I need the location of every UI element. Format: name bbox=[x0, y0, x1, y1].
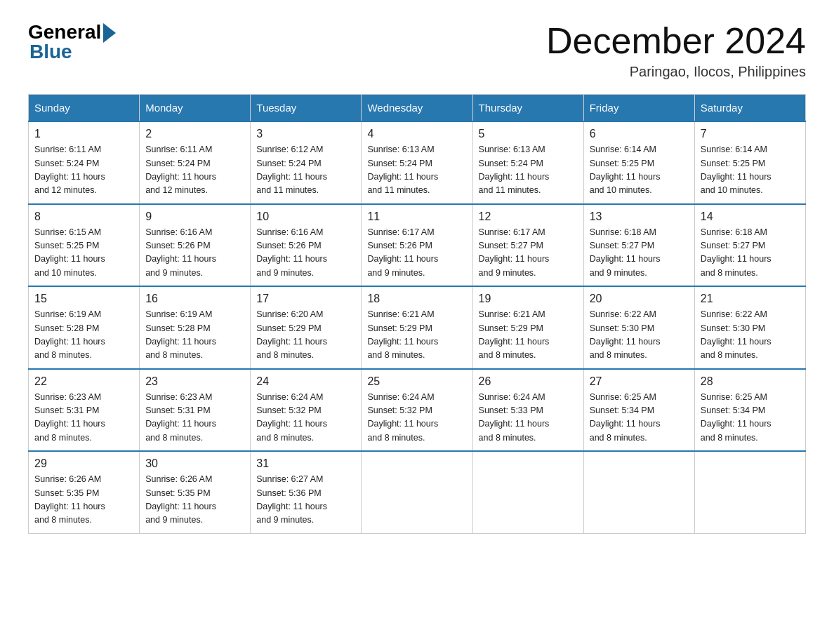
calendar-week-row: 1 Sunrise: 6:11 AMSunset: 5:24 PMDayligh… bbox=[29, 121, 806, 204]
day-info: Sunrise: 6:22 AMSunset: 5:30 PMDaylight:… bbox=[701, 308, 800, 363]
calendar-header-row: SundayMondayTuesdayWednesdayThursdayFrid… bbox=[29, 95, 806, 122]
calendar-day-cell: 1 Sunrise: 6:11 AMSunset: 5:24 PMDayligh… bbox=[29, 121, 140, 204]
day-info: Sunrise: 6:23 AMSunset: 5:31 PMDaylight:… bbox=[34, 391, 133, 445]
day-number: 17 bbox=[256, 293, 355, 305]
calendar-day-cell: 27 Sunrise: 6:25 AMSunset: 5:34 PMDaylig… bbox=[583, 369, 694, 452]
day-number: 28 bbox=[701, 375, 800, 388]
day-info: Sunrise: 6:16 AMSunset: 5:26 PMDaylight:… bbox=[256, 226, 355, 281]
day-info: Sunrise: 6:17 AMSunset: 5:26 PMDaylight:… bbox=[367, 226, 466, 281]
day-info: Sunrise: 6:26 AMSunset: 5:35 PMDaylight:… bbox=[34, 473, 133, 528]
calendar-day-cell: 10 Sunrise: 6:16 AMSunset: 5:26 PMDaylig… bbox=[251, 204, 362, 287]
day-info: Sunrise: 6:24 AMSunset: 5:32 PMDaylight:… bbox=[256, 391, 355, 445]
calendar-day-cell: 16 Sunrise: 6:19 AMSunset: 5:28 PMDaylig… bbox=[140, 286, 251, 369]
calendar-week-row: 29 Sunrise: 6:26 AMSunset: 5:35 PMDaylig… bbox=[29, 451, 806, 533]
day-number: 21 bbox=[701, 293, 800, 305]
day-number: 13 bbox=[590, 210, 689, 223]
empty-cell bbox=[472, 451, 583, 533]
calendar-day-cell: 29 Sunrise: 6:26 AMSunset: 5:35 PMDaylig… bbox=[29, 451, 140, 533]
day-number: 2 bbox=[145, 128, 244, 140]
day-info: Sunrise: 6:22 AMSunset: 5:30 PMDaylight:… bbox=[590, 308, 689, 363]
day-info: Sunrise: 6:24 AMSunset: 5:33 PMDaylight:… bbox=[479, 391, 578, 445]
calendar-day-cell: 21 Sunrise: 6:22 AMSunset: 5:30 PMDaylig… bbox=[694, 286, 805, 369]
day-number: 18 bbox=[367, 293, 466, 305]
calendar-day-cell: 15 Sunrise: 6:19 AMSunset: 5:28 PMDaylig… bbox=[29, 286, 140, 369]
day-info: Sunrise: 6:14 AMSunset: 5:25 PMDaylight:… bbox=[701, 143, 800, 198]
calendar-day-cell: 8 Sunrise: 6:15 AMSunset: 5:25 PMDayligh… bbox=[29, 204, 140, 287]
calendar-day-cell: 28 Sunrise: 6:25 AMSunset: 5:34 PMDaylig… bbox=[694, 369, 805, 452]
calendar-day-cell: 26 Sunrise: 6:24 AMSunset: 5:33 PMDaylig… bbox=[472, 369, 583, 452]
logo: General Blue bbox=[28, 21, 116, 63]
day-number: 23 bbox=[145, 375, 244, 388]
day-number: 27 bbox=[590, 375, 689, 388]
calendar-day-cell: 3 Sunrise: 6:12 AMSunset: 5:24 PMDayligh… bbox=[251, 121, 362, 204]
empty-cell bbox=[694, 451, 805, 533]
day-info: Sunrise: 6:19 AMSunset: 5:28 PMDaylight:… bbox=[34, 308, 133, 363]
day-info: Sunrise: 6:16 AMSunset: 5:26 PMDaylight:… bbox=[145, 226, 244, 281]
day-info: Sunrise: 6:23 AMSunset: 5:31 PMDaylight:… bbox=[145, 391, 244, 445]
calendar-day-cell: 9 Sunrise: 6:16 AMSunset: 5:26 PMDayligh… bbox=[140, 204, 251, 287]
month-title: December 2024 bbox=[546, 21, 806, 61]
calendar-day-cell: 4 Sunrise: 6:13 AMSunset: 5:24 PMDayligh… bbox=[362, 121, 472, 204]
day-number: 6 bbox=[590, 128, 689, 140]
header-saturday: Saturday bbox=[694, 95, 805, 122]
calendar-day-cell: 11 Sunrise: 6:17 AMSunset: 5:26 PMDaylig… bbox=[362, 204, 472, 287]
day-number: 31 bbox=[256, 457, 355, 470]
day-info: Sunrise: 6:27 AMSunset: 5:36 PMDaylight:… bbox=[256, 473, 355, 528]
day-number: 3 bbox=[256, 128, 355, 140]
calendar-week-row: 22 Sunrise: 6:23 AMSunset: 5:31 PMDaylig… bbox=[29, 369, 806, 452]
day-number: 25 bbox=[367, 375, 466, 388]
day-number: 20 bbox=[590, 293, 689, 305]
day-info: Sunrise: 6:20 AMSunset: 5:29 PMDaylight:… bbox=[256, 308, 355, 363]
day-info: Sunrise: 6:11 AMSunset: 5:24 PMDaylight:… bbox=[34, 143, 133, 198]
day-number: 7 bbox=[701, 128, 800, 140]
calendar-day-cell: 25 Sunrise: 6:24 AMSunset: 5:32 PMDaylig… bbox=[362, 369, 472, 452]
day-info: Sunrise: 6:14 AMSunset: 5:25 PMDaylight:… bbox=[590, 143, 689, 198]
calendar-day-cell: 22 Sunrise: 6:23 AMSunset: 5:31 PMDaylig… bbox=[29, 369, 140, 452]
day-number: 4 bbox=[367, 128, 466, 140]
day-number: 16 bbox=[145, 293, 244, 305]
calendar-day-cell: 12 Sunrise: 6:17 AMSunset: 5:27 PMDaylig… bbox=[472, 204, 583, 287]
day-info: Sunrise: 6:18 AMSunset: 5:27 PMDaylight:… bbox=[590, 226, 689, 281]
calendar-day-cell: 19 Sunrise: 6:21 AMSunset: 5:29 PMDaylig… bbox=[472, 286, 583, 369]
calendar-day-cell: 5 Sunrise: 6:13 AMSunset: 5:24 PMDayligh… bbox=[472, 121, 583, 204]
day-info: Sunrise: 6:24 AMSunset: 5:32 PMDaylight:… bbox=[367, 391, 466, 445]
header-wednesday: Wednesday bbox=[362, 95, 472, 122]
day-number: 1 bbox=[34, 128, 133, 140]
day-info: Sunrise: 6:25 AMSunset: 5:34 PMDaylight:… bbox=[590, 391, 689, 445]
calendar-day-cell: 2 Sunrise: 6:11 AMSunset: 5:24 PMDayligh… bbox=[140, 121, 251, 204]
header-sunday: Sunday bbox=[29, 95, 140, 122]
page-header: General Blue December 2024 Paringao, Ilo… bbox=[28, 21, 806, 80]
day-number: 5 bbox=[479, 128, 578, 140]
calendar-day-cell: 14 Sunrise: 6:18 AMSunset: 5:27 PMDaylig… bbox=[694, 204, 805, 287]
day-info: Sunrise: 6:21 AMSunset: 5:29 PMDaylight:… bbox=[367, 308, 466, 363]
day-number: 8 bbox=[34, 210, 133, 223]
day-number: 22 bbox=[34, 375, 133, 388]
calendar-day-cell: 7 Sunrise: 6:14 AMSunset: 5:25 PMDayligh… bbox=[694, 121, 805, 204]
header-tuesday: Tuesday bbox=[251, 95, 362, 122]
calendar-day-cell: 6 Sunrise: 6:14 AMSunset: 5:25 PMDayligh… bbox=[583, 121, 694, 204]
day-info: Sunrise: 6:18 AMSunset: 5:27 PMDaylight:… bbox=[701, 226, 800, 281]
day-info: Sunrise: 6:21 AMSunset: 5:29 PMDaylight:… bbox=[479, 308, 578, 363]
day-info: Sunrise: 6:19 AMSunset: 5:28 PMDaylight:… bbox=[145, 308, 244, 363]
logo-blue-text: Blue bbox=[28, 41, 72, 63]
day-number: 26 bbox=[479, 375, 578, 388]
calendar-day-cell: 20 Sunrise: 6:22 AMSunset: 5:30 PMDaylig… bbox=[583, 286, 694, 369]
day-number: 19 bbox=[479, 293, 578, 305]
calendar-day-cell: 31 Sunrise: 6:27 AMSunset: 5:36 PMDaylig… bbox=[251, 451, 362, 533]
location-subtitle: Paringao, Ilocos, Philippines bbox=[546, 64, 806, 80]
calendar-week-row: 15 Sunrise: 6:19 AMSunset: 5:28 PMDaylig… bbox=[29, 286, 806, 369]
day-info: Sunrise: 6:26 AMSunset: 5:35 PMDaylight:… bbox=[145, 473, 244, 528]
day-number: 14 bbox=[701, 210, 800, 223]
header-thursday: Thursday bbox=[472, 95, 583, 122]
day-number: 9 bbox=[145, 210, 244, 223]
empty-cell bbox=[583, 451, 694, 533]
day-info: Sunrise: 6:15 AMSunset: 5:25 PMDaylight:… bbox=[34, 226, 133, 281]
calendar-week-row: 8 Sunrise: 6:15 AMSunset: 5:25 PMDayligh… bbox=[29, 204, 806, 287]
logo-arrow-icon bbox=[103, 23, 116, 43]
day-info: Sunrise: 6:25 AMSunset: 5:34 PMDaylight:… bbox=[701, 391, 800, 445]
calendar-day-cell: 24 Sunrise: 6:24 AMSunset: 5:32 PMDaylig… bbox=[251, 369, 362, 452]
calendar-day-cell: 18 Sunrise: 6:21 AMSunset: 5:29 PMDaylig… bbox=[362, 286, 472, 369]
header-monday: Monday bbox=[140, 95, 251, 122]
day-info: Sunrise: 6:13 AMSunset: 5:24 PMDaylight:… bbox=[367, 143, 466, 198]
day-number: 24 bbox=[256, 375, 355, 388]
